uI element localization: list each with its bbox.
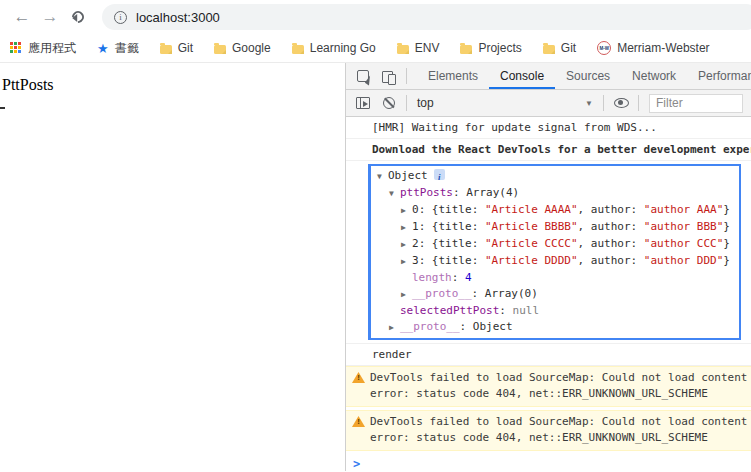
tree-text: "author DDD" (644, 254, 723, 267)
tree-text: 2 (412, 237, 419, 250)
bookmark-item[interactable]: Git (543, 41, 576, 55)
console-message-object: ▼Object▼pttPosts: Array(4)▶0: {title: "A… (346, 161, 751, 344)
bookmark-label: Learning Go (310, 41, 376, 55)
page-info-icon[interactable] (114, 11, 127, 24)
live-expression-button[interactable] (608, 90, 634, 116)
tab-elements[interactable]: Elements (417, 63, 489, 89)
devtools-tabs: ElementsConsoleSourcesNetworkPerformance (417, 63, 751, 89)
triangle-right-icon[interactable]: ▶ (401, 237, 412, 253)
tree-text: Object (473, 320, 513, 333)
tree-text: "Article BBBB" (485, 220, 578, 233)
triangle-down-icon[interactable]: ▼ (377, 169, 388, 185)
tree-text: selectedPttPost (400, 304, 499, 317)
tree-text: null (513, 304, 540, 317)
tree-text: } (723, 254, 730, 267)
forward-button[interactable]: → (36, 3, 64, 31)
warning-line-1: DevTools failed to load SourceMap: Could… (370, 414, 743, 430)
merriam-webster-icon (597, 41, 611, 55)
warning-icon (352, 372, 365, 383)
url-text[interactable]: localhost:3000 (136, 10, 220, 25)
bookmark-item[interactable]: Google (214, 41, 271, 55)
tree-text: "author CCC" (644, 237, 723, 250)
tree-text: : (452, 271, 465, 284)
tree-text: author (591, 237, 631, 250)
bookmarks-bar: 應用程式★書籤GitGoogleLearning GoENVProjectsGi… (0, 34, 751, 63)
sourcemap-warning: DevTools failed to load SourceMap: Could… (346, 410, 751, 451)
clear-icon (383, 97, 395, 109)
bookmark-item[interactable]: Projects (460, 41, 521, 55)
triangle-right-icon[interactable]: ▶ (389, 320, 400, 336)
apps-grid-icon (10, 42, 22, 54)
tree-text: title (439, 203, 472, 216)
triangle-right-icon[interactable]: ▶ (401, 220, 412, 236)
tree-text: , (578, 220, 591, 233)
reload-icon (70, 9, 87, 26)
bookmark-item[interactable]: Merriam-Webster (597, 41, 709, 55)
triangle-right-icon[interactable]: ▶ (401, 203, 412, 219)
address-bar[interactable]: localhost:3000 (102, 4, 751, 30)
bookmark-item[interactable]: Git (160, 41, 193, 55)
bookmark-label: 應用程式 (28, 40, 76, 57)
folder-icon (543, 45, 555, 54)
bookmark-item[interactable]: Learning Go (292, 41, 376, 55)
prompt-chevron-icon: > (353, 458, 360, 470)
bookmark-label: Merriam-Webster (617, 41, 709, 55)
bookmark-label: Git (561, 41, 576, 55)
folder-icon (160, 45, 172, 54)
tree-text: , (578, 254, 591, 267)
warning-line-2: error: status code 404, net::ERR_UNKNOWN… (370, 386, 743, 402)
warning-icon (352, 416, 365, 427)
tree-text: , (578, 203, 591, 216)
object-tree-row: ▼Object (375, 168, 737, 185)
bookmark-item[interactable]: ENV (397, 41, 440, 55)
tree-text: title (439, 237, 472, 250)
toggle-device-toolbar-button[interactable] (376, 63, 402, 89)
triangle-down-icon[interactable]: ▼ (389, 186, 400, 202)
tree-text: "Article AAAA" (485, 203, 578, 216)
tab-performance[interactable]: Performance (687, 63, 751, 89)
object-tree-row: length: 4 (375, 270, 737, 286)
star-icon: ★ (97, 42, 109, 55)
tree-text: __proto__ (412, 287, 472, 300)
tree-text: title (439, 254, 472, 267)
bookmark-label: 書籤 (115, 40, 139, 57)
tab-network[interactable]: Network (621, 63, 687, 89)
bookmark-item[interactable]: ★書籤 (97, 40, 139, 57)
object-tree-row: ▶2: {title: "Article CCCC", author: "aut… (375, 236, 737, 253)
context-selector[interactable]: top ▼ (411, 96, 599, 110)
console-message-render: render (346, 344, 751, 366)
console-log-area[interactable]: [HMR] Waiting for update signal from WDS… (346, 117, 751, 471)
back-button[interactable]: ← (8, 3, 36, 31)
folder-icon (460, 45, 472, 54)
triangle-right-icon[interactable]: ▶ (401, 287, 412, 303)
tree-text: "Article CCCC" (485, 237, 578, 250)
tab-sources[interactable]: Sources (555, 63, 621, 89)
tree-text: : (460, 320, 473, 333)
tree-text: : { (419, 203, 439, 216)
tree-text: 3 (412, 254, 419, 267)
tree-text: : (631, 203, 644, 216)
tree-text: : (453, 186, 466, 199)
clear-console-button[interactable] (376, 90, 402, 116)
tree-text: : (631, 254, 644, 267)
warning-line-1: DevTools failed to load SourceMap: Could… (370, 370, 743, 386)
reload-button[interactable] (64, 3, 92, 31)
console-warnings: DevTools failed to load SourceMap: Could… (346, 366, 751, 451)
object-tree-row: selectedPttPost: null (375, 303, 737, 319)
tree-text: } (723, 220, 730, 233)
divider (406, 95, 407, 111)
tab-console[interactable]: Console (489, 63, 555, 89)
triangle-right-icon[interactable]: ▶ (401, 254, 412, 270)
bookmark-item[interactable]: 應用程式 (10, 40, 76, 57)
console-prompt[interactable]: > (346, 451, 751, 470)
inspect-element-button[interactable] (350, 63, 376, 89)
devtools-panel: ElementsConsoleSourcesNetworkPerformance… (345, 63, 751, 471)
evaluated-info-icon (434, 169, 445, 180)
filter-input[interactable] (649, 94, 743, 113)
divider (406, 68, 407, 84)
content-area: PttPosts ElementsConsoleSourcesNetworkPe… (0, 63, 751, 471)
tree-text: 1 (412, 220, 419, 233)
console-sidebar-button[interactable] (350, 90, 376, 116)
tree-text: author (591, 203, 631, 216)
web-page: PttPosts (0, 63, 345, 471)
